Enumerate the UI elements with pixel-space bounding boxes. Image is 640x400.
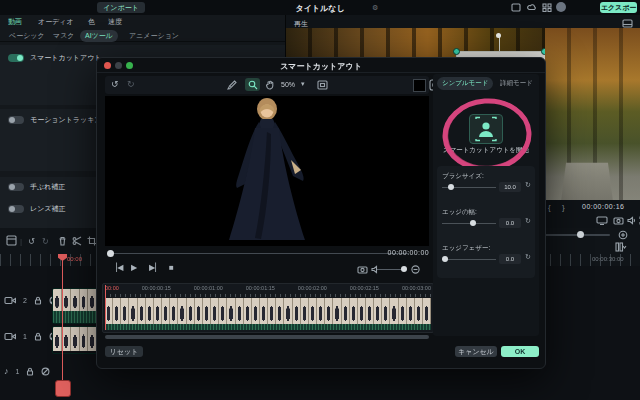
- split-icon[interactable]: [72, 236, 82, 246]
- ruler-end-label: 00:00:30:00: [592, 256, 624, 262]
- brush-size-slider[interactable]: [442, 187, 496, 188]
- dialog-filmstrip[interactable]: 00:0000:00:00:1500:00:01:0000:00:01:1500…: [102, 283, 434, 333]
- edge-width-label: エッジの幅:: [442, 208, 477, 217]
- seek-knob[interactable]: [107, 250, 114, 257]
- media-panel-icon[interactable]: [6, 235, 17, 246]
- filmstrip-frame: [268, 298, 276, 324]
- play-icon[interactable]: ▶: [131, 263, 137, 272]
- mute-icon[interactable]: [41, 367, 50, 376]
- rotate-handle[interactable]: [496, 33, 501, 38]
- reset-button[interactable]: リセット: [105, 346, 143, 357]
- seek-track[interactable]: [109, 253, 409, 254]
- lock-icon[interactable]: [34, 296, 42, 305]
- tool-stabilization[interactable]: 手ぶれ補正: [8, 182, 65, 192]
- project-settings-icon[interactable]: ⚙: [372, 4, 378, 12]
- toggle-off[interactable]: [8, 116, 24, 124]
- edge-feather-slider[interactable]: [442, 259, 496, 260]
- subtab-ai-tools[interactable]: AIツール: [80, 30, 118, 42]
- filmstrip-frame: [252, 298, 260, 324]
- zoom-in-icon[interactable]: [248, 80, 258, 90]
- tab-advanced-mode[interactable]: 詳細モード: [495, 77, 538, 90]
- undo-icon[interactable]: ↺: [111, 79, 119, 89]
- ruler-tick-label: 00:00:01:15: [246, 285, 275, 294]
- tab-simple-mode[interactable]: シンプルモード: [437, 77, 493, 90]
- lock-icon[interactable]: [26, 367, 34, 376]
- brush-size-value[interactable]: 10.0: [499, 182, 521, 192]
- mark-out-icon[interactable]: }: [562, 203, 565, 212]
- tab-color[interactable]: 色: [88, 17, 95, 27]
- detach-player-icon[interactable]: [622, 19, 633, 28]
- display-icon[interactable]: [596, 216, 608, 225]
- selection-handle[interactable]: [453, 48, 460, 55]
- tab-speed[interactable]: 速度: [108, 17, 122, 27]
- toggle-on[interactable]: [8, 54, 24, 62]
- tool-lens-correction[interactable]: レンズ補正: [8, 204, 66, 214]
- add-marker-icon[interactable]: [618, 230, 628, 240]
- smart-cutout-dialog: スマートカットアウト ↺ ↻ 50% ▾: [96, 57, 546, 369]
- export-button[interactable]: エクスポート: [600, 2, 637, 13]
- filmstrip-frame: [154, 298, 162, 324]
- import-button[interactable]: インポート: [97, 2, 145, 13]
- fullscreen-icon[interactable]: [411, 265, 420, 274]
- filmstrip-frame: [399, 298, 407, 324]
- grid-icon[interactable]: [542, 3, 552, 12]
- tool-motion-tracking[interactable]: モーショントラッキング: [8, 115, 109, 125]
- mark-in-icon[interactable]: {: [548, 203, 551, 212]
- filmstrip-frame: [374, 298, 382, 324]
- filmstrip-frame: [121, 298, 129, 324]
- track-height-icon[interactable]: [615, 242, 627, 252]
- layout-icon[interactable]: [511, 3, 521, 12]
- toggle-off[interactable]: [8, 183, 24, 191]
- track-number: 2: [23, 297, 27, 304]
- cloud-icon[interactable]: [527, 3, 537, 12]
- toggle-off[interactable]: [8, 205, 24, 213]
- dialog-seekbar[interactable]: 00:00:00:00: [105, 248, 429, 260]
- track-header-audio-1[interactable]: ♪ 1: [4, 366, 50, 376]
- stop-icon[interactable]: ■: [169, 263, 174, 272]
- lock-icon[interactable]: [34, 332, 42, 341]
- snapshot-icon[interactable]: [613, 216, 624, 225]
- cancel-button[interactable]: キャンセル: [455, 346, 497, 357]
- brush-icon[interactable]: [227, 80, 237, 90]
- start-smart-cutout-button[interactable]: [469, 114, 503, 144]
- next-frame-icon[interactable]: ▶▏: [149, 263, 161, 272]
- filmstrip-frame: [276, 298, 284, 324]
- cutout-preview[interactable]: [105, 96, 429, 246]
- filmstrip-frame: [333, 298, 341, 324]
- timeline-zoom-knob[interactable]: [577, 231, 584, 238]
- edge-width-slider[interactable]: [442, 223, 496, 224]
- subtab-animation[interactable]: アニメーション: [124, 30, 184, 42]
- playhead-grip[interactable]: [55, 380, 71, 397]
- redo-icon[interactable]: ↻: [42, 237, 49, 246]
- tool-smart-cutout[interactable]: スマートカットアウト: [8, 53, 101, 63]
- chevron-down-icon[interactable]: ▾: [301, 80, 305, 88]
- mask-color-swatch[interactable]: [413, 79, 426, 92]
- tab-audio[interactable]: オーディオ: [38, 17, 74, 27]
- dialog-h-scrollbar[interactable]: [105, 335, 429, 339]
- volume-knob[interactable]: [401, 266, 407, 272]
- track-number: 1: [16, 368, 20, 375]
- reset-edge-feather-icon[interactable]: ↻: [525, 253, 531, 261]
- tool-label: スマートカットアウト: [30, 53, 101, 63]
- filmstrip-frame: [53, 289, 62, 311]
- previous-frame-icon[interactable]: ▕◀: [111, 263, 123, 272]
- undo-icon[interactable]: ↺: [28, 237, 35, 246]
- edge-feather-value[interactable]: 0.0: [499, 254, 521, 264]
- video-track-icon: [4, 296, 16, 305]
- pan-hand-icon[interactable]: [265, 80, 275, 90]
- avatar[interactable]: [556, 2, 566, 12]
- zoom-level-value[interactable]: 50%: [281, 81, 295, 88]
- reset-edge-width-icon[interactable]: ↻: [525, 217, 531, 225]
- snapshot-icon[interactable]: [357, 265, 368, 274]
- reset-brush-icon[interactable]: ↻: [525, 181, 531, 189]
- subtab-basic[interactable]: ベーシック: [4, 30, 50, 42]
- dialog-playhead[interactable]: [105, 285, 106, 330]
- speaker-icon[interactable]: [627, 216, 637, 225]
- fit-screen-icon[interactable]: [317, 80, 328, 90]
- redo-icon[interactable]: ↻: [127, 79, 135, 89]
- subtab-mask[interactable]: マスク: [48, 30, 80, 42]
- edge-width-value[interactable]: 0.0: [499, 218, 521, 228]
- cutout-person: [215, 98, 319, 246]
- delete-icon[interactable]: [58, 236, 67, 246]
- ok-button[interactable]: OK: [501, 346, 539, 357]
